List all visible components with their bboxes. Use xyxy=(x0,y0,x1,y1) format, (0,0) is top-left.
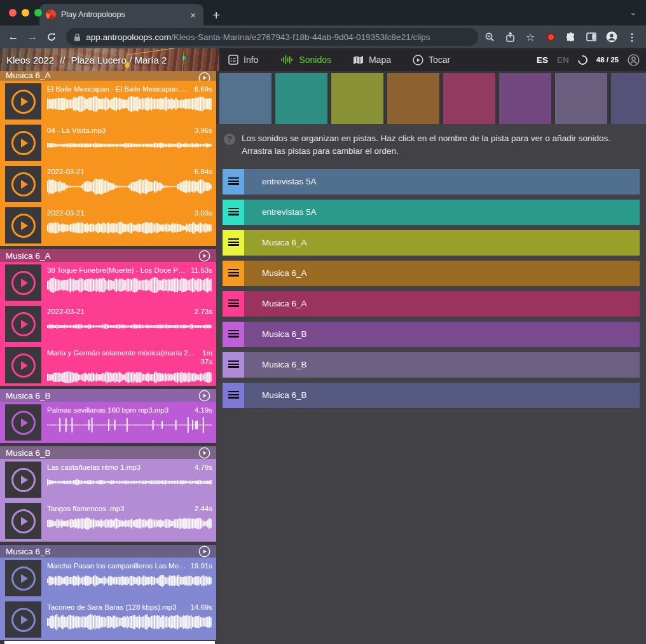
clip-row[interactable]: 04 - La Visita.mp33.96s xyxy=(0,122,216,163)
share-icon[interactable] xyxy=(501,27,519,46)
play-icon xyxy=(11,411,36,435)
lang-es-button[interactable]: ES xyxy=(537,55,548,65)
track-name-area[interactable]: Musica 6_A xyxy=(244,261,640,286)
browser-menu-icon[interactable]: ⋮ xyxy=(623,27,641,46)
track-name-area[interactable]: entrevistas 5A xyxy=(244,200,640,225)
clip-section-header[interactable]: Musica 6_B xyxy=(0,545,216,558)
tab-search-chevron-icon[interactable]: ⌄ xyxy=(629,6,637,18)
clip-play-button[interactable] xyxy=(5,83,41,120)
track-name-area[interactable]: entrevistas 5A xyxy=(244,169,640,195)
tab-mapa[interactable]: Mapa xyxy=(353,55,391,65)
section-play-icon[interactable] xyxy=(198,545,210,558)
track-row[interactable]: Musica 6_B xyxy=(223,352,640,378)
profile-avatar-icon[interactable] xyxy=(603,27,621,46)
clip-play-button[interactable] xyxy=(5,306,41,342)
breadcrumb-location: Plaza Lucero / María 2 xyxy=(71,55,167,65)
track-name-area[interactable]: Musica 6_A xyxy=(244,230,640,256)
track-row[interactable]: Musica 6_A xyxy=(223,230,640,256)
drag-handle[interactable] xyxy=(223,200,244,225)
account-icon[interactable] xyxy=(628,54,640,66)
drag-handle[interactable] xyxy=(223,352,244,378)
clip-waveform xyxy=(47,369,212,386)
zoom-out-icon[interactable] xyxy=(481,27,498,46)
bookmark-star-icon[interactable]: ☆ xyxy=(521,27,539,46)
clip-row[interactable]: 2022-03-216.84s xyxy=(0,163,216,205)
clip-info: María y Germán solamente música(maría 2.… xyxy=(47,347,212,386)
clip-play-button[interactable] xyxy=(5,125,41,161)
track-name-area[interactable]: Musica 6_A xyxy=(244,291,640,317)
clip-row[interactable]: Marcha Pasan los campanilleros Las Mejor… xyxy=(0,558,216,599)
window-close-button[interactable] xyxy=(9,9,17,17)
tab-tocar[interactable]: Tocar xyxy=(413,55,450,65)
track-row[interactable]: Musica 6_B xyxy=(223,383,640,408)
section-play-icon[interactable] xyxy=(198,250,210,262)
clip-waveform xyxy=(47,613,212,631)
drag-handle[interactable] xyxy=(223,230,244,256)
window-minimize-button[interactable] xyxy=(22,9,29,17)
drag-handle[interactable] xyxy=(223,383,244,408)
drag-handle[interactable] xyxy=(223,291,244,317)
breadcrumb-project[interactable]: Kleos 2022 xyxy=(6,55,54,65)
clip-row[interactable]: 38 Toque Funebre(Muerte) - Los Doce Par.… xyxy=(0,262,216,303)
section-play-icon[interactable] xyxy=(198,390,210,402)
clip-row[interactable]: Tangos flamencos .mp32.44s xyxy=(0,500,216,542)
drag-handle[interactable] xyxy=(223,169,244,195)
new-tab-button[interactable]: + xyxy=(212,8,220,25)
clip-play-button[interactable] xyxy=(5,264,41,301)
clip-play-button[interactable] xyxy=(5,166,41,202)
record-extension-icon[interactable] xyxy=(542,27,560,46)
section-play-icon[interactable] xyxy=(198,447,210,459)
clip-info: 2022-03-213.03s xyxy=(47,207,212,246)
clip-row[interactable]: Las castañuelas ritmo 1.mp34.79s xyxy=(0,459,216,500)
clip-section-header[interactable]: Musica 6_A xyxy=(0,249,216,262)
drag-grip-icon xyxy=(228,208,239,217)
track-row[interactable]: entrevistas 5A xyxy=(223,169,640,195)
clip-section-header[interactable]: Musica 6_B xyxy=(0,389,216,402)
clip-duration: 11.53s xyxy=(191,266,212,275)
track-row[interactable]: Musica 6_B xyxy=(223,322,640,347)
track-name-area[interactable]: Musica 6_B xyxy=(244,352,640,378)
extensions-puzzle-icon[interactable] xyxy=(562,27,580,46)
section-play-icon[interactable] xyxy=(198,72,210,81)
clip-row[interactable]: María y Germán solamente música(maría 2.… xyxy=(0,345,216,386)
clip-section-header[interactable]: Musica 6_B xyxy=(0,446,216,459)
track-name-area[interactable]: Musica 6_B xyxy=(244,322,640,347)
clip-play-button[interactable] xyxy=(5,503,41,539)
reload-button[interactable] xyxy=(43,32,60,42)
forward-button[interactable]: → xyxy=(24,31,41,43)
browser-tab[interactable]: Play Antropoloops × xyxy=(39,4,203,25)
clip-info: 04 - La Visita.mp33.96s xyxy=(47,125,212,163)
track-name: entrevistas 5A xyxy=(244,177,317,186)
back-button[interactable]: ← xyxy=(5,31,22,43)
clip-waveform xyxy=(47,95,212,113)
address-bar[interactable]: app.antropoloops.com/Kleos-Santa-Marina/… xyxy=(66,28,478,46)
track-row[interactable]: Musica 6_A xyxy=(223,291,640,317)
lang-en-button[interactable]: EN xyxy=(557,55,569,65)
track-name-area[interactable]: Musica 6_B xyxy=(244,383,640,408)
clip-row[interactable]: El Baile Mexicapan - El Baile Mexicapan.… xyxy=(0,81,216,122)
tab-sonidos[interactable]: Sonidos xyxy=(280,55,331,65)
window-controls[interactable] xyxy=(9,9,42,17)
clip-section-header[interactable]: Musica 6_A xyxy=(0,71,216,81)
drag-handle[interactable] xyxy=(223,322,244,347)
track-row[interactable]: entrevistas 5A xyxy=(223,200,640,225)
clip-play-button[interactable] xyxy=(5,560,41,596)
clip-info: El Baile Mexicapan - El Baile Mexicapan.… xyxy=(47,83,212,122)
clip-play-button[interactable] xyxy=(5,207,41,243)
track-row[interactable]: Musica 6_A xyxy=(223,261,640,286)
tab-close-icon[interactable]: × xyxy=(189,10,197,20)
clip-play-button[interactable] xyxy=(5,601,41,638)
drag-handle[interactable] xyxy=(223,261,244,286)
clip-play-button[interactable] xyxy=(5,347,41,383)
clip-play-button[interactable] xyxy=(5,462,41,498)
clip-play-button[interactable] xyxy=(5,404,41,441)
clip-row[interactable]: 2022-03-213.03s xyxy=(0,205,216,246)
tab-info[interactable]: Info xyxy=(228,55,258,65)
clip-row[interactable]: Palmas sevillanas 160 bpm mp3.mp34.19s xyxy=(0,402,216,443)
clip-row[interactable]: 2022-03-212.73s xyxy=(0,303,216,345)
url-text: app.antropoloops.com/Kleos-Santa-Marina/… xyxy=(86,32,430,42)
window-zoom-button[interactable] xyxy=(34,9,42,17)
clip-row[interactable]: Taconeo de Sara Baras (128 kbps).mp314.6… xyxy=(0,599,216,640)
clip-name: Palmas sevillanas 160 bpm mp3.mp3 xyxy=(47,406,191,414)
side-panel-icon[interactable] xyxy=(582,27,600,46)
